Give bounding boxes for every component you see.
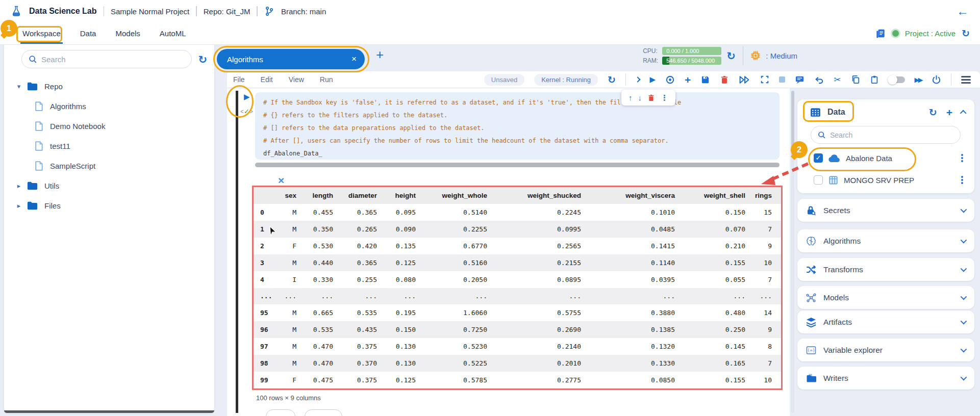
stop-kernel-icon[interactable] bbox=[779, 76, 785, 83]
run-cell-icon[interactable]: ▶ bbox=[649, 75, 656, 84]
mode-toggle[interactable] bbox=[889, 76, 905, 83]
file-search-box[interactable] bbox=[21, 50, 192, 68]
project-name: Sample Normal Project bbox=[111, 7, 189, 16]
menu-run[interactable]: Run bbox=[320, 75, 333, 84]
move-cell-down-icon[interactable]: ↓ bbox=[638, 93, 642, 102]
tree-item-algorithms[interactable]: Algorithms bbox=[4, 96, 214, 116]
interrupt-target-icon[interactable] bbox=[665, 75, 675, 85]
code-cell[interactable]: # If the Sandbox key is 'false', it is r… bbox=[255, 92, 780, 160]
cell-horizontal-scrollbar[interactable] bbox=[255, 163, 780, 167]
menu-edit[interactable]: Edit bbox=[261, 75, 273, 84]
section-transforms[interactable]: Transforms bbox=[797, 258, 974, 281]
chevron-right-icon[interactable]: ▸ bbox=[11, 182, 27, 190]
chevron-down-icon[interactable]: ▾ bbox=[11, 83, 27, 90]
cut-icon[interactable]: ✂ bbox=[834, 74, 841, 85]
project-docs-icon[interactable] bbox=[875, 28, 886, 39]
table-row[interactable]: 98M0.4700.3700.1300.52250.20100.13300.16… bbox=[254, 355, 781, 372]
chevron-down-icon[interactable] bbox=[961, 266, 967, 272]
add-cell-icon[interactable]: + bbox=[685, 74, 691, 85]
comments-icon[interactable] bbox=[795, 75, 805, 85]
nav-tab-automl[interactable]: AutoML bbox=[160, 29, 186, 38]
tab-algorithms[interactable]: Algorithms × bbox=[217, 49, 365, 69]
tree-item-test11[interactable]: test11 bbox=[4, 136, 214, 156]
collapse-toolbar-icon[interactable] bbox=[636, 77, 640, 82]
new-tab-button[interactable]: + bbox=[376, 47, 384, 63]
cell-more-options-icon[interactable]: ⋮ bbox=[661, 93, 668, 102]
section-artifacts[interactable]: Artifacts bbox=[797, 310, 974, 333]
section-secrets[interactable]: Secrets bbox=[797, 199, 974, 222]
pagination-button[interactable] bbox=[266, 409, 295, 416]
toolbar-menu-icon[interactable] bbox=[961, 76, 971, 84]
column-header: weight_viscera bbox=[590, 187, 684, 204]
table-row[interactable]: 0M0.4550.3650.0950.51400.22450.10100.150… bbox=[254, 204, 781, 221]
pagination-button[interactable] bbox=[305, 409, 342, 416]
paste-icon[interactable] bbox=[870, 75, 879, 84]
run-all-icon[interactable] bbox=[739, 75, 750, 84]
chevron-down-icon[interactable] bbox=[961, 237, 967, 244]
save-icon[interactable] bbox=[700, 75, 710, 85]
dataset-checkbox-checked[interactable]: ✓ bbox=[814, 153, 823, 163]
kernel-refresh-icon[interactable]: ↻ bbox=[608, 75, 616, 85]
tree-item-repo[interactable]: ▾ Repo bbox=[4, 76, 214, 96]
section-algorithms[interactable]: Algorithms bbox=[797, 229, 974, 252]
table-row[interactable]: 96M0.5350.4350.1500.72500.26900.13850.25… bbox=[254, 321, 781, 338]
resources-refresh-icon[interactable]: ↻ bbox=[726, 50, 736, 61]
project-refresh-icon[interactable]: ↻ bbox=[962, 29, 970, 38]
run-all-below-icon[interactable]: ▶▶ bbox=[915, 76, 922, 84]
undo-icon[interactable] bbox=[814, 75, 824, 85]
tree-item-utils[interactable]: ▸ Utils bbox=[4, 176, 214, 196]
table-row[interactable]: 99F0.4750.3750.1250.57850.27750.08500.15… bbox=[254, 372, 781, 388]
move-cell-up-icon[interactable]: ↑ bbox=[629, 93, 633, 102]
table-row[interactable]: 2F0.5300.4200.1350.67700.25650.14150.210… bbox=[254, 238, 781, 254]
tree-item-samplescript[interactable]: SampleScript bbox=[4, 156, 214, 176]
chevron-down-icon[interactable] bbox=[961, 346, 967, 353]
tree-item-label: SampleScript bbox=[50, 162, 95, 170]
table-row[interactable]: 3M0.4400.3650.1250.51600.21550.11400.155… bbox=[254, 254, 781, 271]
chevron-right-icon[interactable]: ▸ bbox=[11, 202, 27, 210]
menu-view[interactable]: View bbox=[289, 75, 304, 84]
section-writers[interactable]: Writers bbox=[797, 367, 974, 389]
table-row[interactable]: 97M0.4700.3750.1300.52300.21400.13200.14… bbox=[254, 338, 781, 355]
section-models[interactable]: Models bbox=[797, 286, 974, 309]
chevron-down-icon[interactable] bbox=[961, 374, 967, 381]
dataset-search-box[interactable] bbox=[811, 126, 961, 144]
dataset-row-abalone[interactable]: ✓ Abalone Data bbox=[797, 148, 974, 168]
code-comment: # {} refers to the filters applied to th… bbox=[263, 109, 780, 122]
collapse-panel-icon[interactable] bbox=[960, 110, 967, 116]
chevron-down-icon[interactable] bbox=[961, 294, 967, 300]
fullscreen-icon[interactable] bbox=[760, 75, 769, 84]
dataset-row-mongo[interactable]: MONGO SRV PREP bbox=[797, 170, 974, 190]
dataset-options-icon[interactable] bbox=[961, 179, 963, 181]
add-dataset-icon[interactable]: + bbox=[946, 107, 952, 118]
output-close-icon[interactable]: × bbox=[278, 175, 284, 186]
table-row[interactable]: 95M0.6650.5350.1951.60600.57550.38800.48… bbox=[254, 304, 781, 321]
table-row[interactable]: 1M0.3500.2650.0900.22550.09950.04850.070… bbox=[254, 221, 781, 238]
sidebar-scrollbar[interactable] bbox=[4, 410, 214, 413]
table-row[interactable]: 4I0.3300.2550.0800.20500.08950.03950.055… bbox=[254, 271, 781, 288]
shutdown-icon[interactable] bbox=[932, 75, 941, 85]
back-arrow-icon[interactable]: ← bbox=[957, 5, 969, 17]
repo-name: Repo: Git_JM bbox=[204, 7, 250, 16]
section-variable-explorer[interactable]: (∞) Variable explorer bbox=[797, 339, 974, 361]
files-refresh-icon[interactable]: ↻ bbox=[198, 54, 207, 65]
dataset-checkbox-unchecked[interactable] bbox=[814, 175, 823, 185]
nav-tab-models[interactable]: Models bbox=[115, 29, 140, 38]
file-search-input[interactable] bbox=[41, 55, 185, 64]
tree-item-files[interactable]: ▸ Files bbox=[4, 196, 214, 216]
tab-close-icon[interactable]: × bbox=[351, 54, 357, 64]
delete-cell-icon[interactable] bbox=[647, 94, 655, 102]
delete-cell-icon[interactable] bbox=[720, 75, 729, 85]
tree-item-demo-notebook[interactable]: Demo Notebook bbox=[4, 116, 214, 136]
table-row[interactable]: .............................. bbox=[254, 288, 781, 305]
dataset-options-icon[interactable] bbox=[961, 157, 963, 159]
chevron-down-icon[interactable] bbox=[961, 206, 967, 213]
menu-file[interactable]: File bbox=[233, 75, 245, 84]
copy-icon[interactable] bbox=[851, 75, 860, 84]
cell-run-icon[interactable]: ▶ bbox=[244, 92, 250, 101]
dataset-search-input[interactable] bbox=[830, 131, 954, 139]
nav-tab-data[interactable]: Data bbox=[80, 29, 96, 38]
nav-tab-workspace[interactable]: Workspace bbox=[22, 29, 61, 38]
notebook-vertical-scrollbar[interactable] bbox=[791, 91, 794, 413]
data-refresh-icon[interactable]: ↻ bbox=[929, 108, 937, 117]
chevron-down-icon[interactable] bbox=[961, 318, 967, 325]
